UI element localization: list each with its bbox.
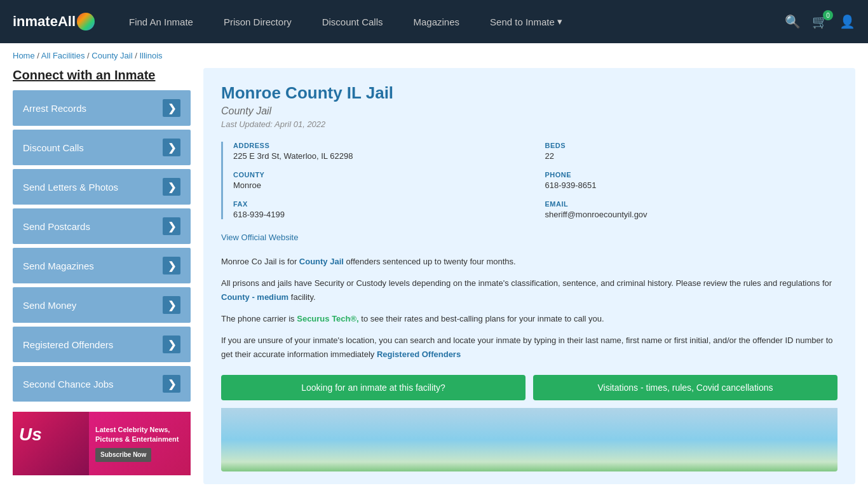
ad-description: Latest Celebrity News, Pictures & Entert… — [95, 425, 184, 445]
nav-discount-calls[interactable]: Discount Calls — [307, 0, 398, 43]
email-group: EMAIL sheriff@monroecountyil.gov — [545, 200, 838, 219]
beds-label: BEDS — [545, 142, 838, 149]
logo-icon — [77, 13, 95, 30]
sidebar-arrow-discount-calls: ❯ — [163, 139, 180, 156]
nav-find-inmate[interactable]: Find An Inmate — [114, 0, 208, 43]
main-nav: Find An Inmate Prison Directory Discount… — [114, 0, 785, 43]
main-content: Connect with an Inmate Arrest Records ❯ … — [0, 68, 868, 488]
user-icon[interactable]: 👤 — [839, 14, 855, 29]
sidebar-label-send-magazines: Send Magazines — [23, 261, 94, 271]
sidebar-label-send-money: Send Money — [23, 300, 76, 311]
visitations-button[interactable]: Visitations - times, rules, Covid cancel… — [533, 375, 837, 400]
phone-value: 618-939-8651 — [545, 180, 838, 190]
sidebar-title: Connect with an Inmate — [13, 68, 191, 83]
county-group: COUNTY Monroe — [233, 171, 526, 190]
sidebar-label-registered-offenders: Registered Offenders — [23, 339, 113, 350]
ad-subscribe-button[interactable]: Subscribe Now — [95, 448, 151, 462]
nav-prison-directory[interactable]: Prison Directory — [208, 0, 307, 43]
breadcrumb: Home / All Facilities / County Jail / Il… — [0, 43, 868, 68]
facility-photo — [221, 408, 837, 471]
sidebar-label-discount-calls: Discount Calls — [23, 142, 84, 153]
official-website-link[interactable]: View Official Website — [221, 233, 298, 242]
sidebar-label-arrest-records: Arrest Records — [23, 103, 86, 114]
facility-updated: Last Updated: April 01, 2022 — [221, 119, 837, 129]
find-inmate-button[interactable]: Looking for an inmate at this facility? — [221, 375, 526, 400]
fax-value: 618-939-4199 — [233, 210, 526, 219]
header-icons: 🔍 🛒 0 👤 — [785, 14, 855, 29]
desc-paragraph-2: All prisons and jails have Security or C… — [221, 276, 837, 304]
facility-details: ADDRESS 225 E 3rd St, Waterloo, IL 62298… — [221, 142, 837, 219]
nav-send-to-inmate[interactable]: Send to Inmate ▾ — [475, 0, 578, 43]
address-group: ADDRESS 225 E 3rd St, Waterloo, IL 62298 — [233, 142, 526, 161]
fax-group: FAX 618-939-4199 — [233, 200, 526, 219]
county-jail-link[interactable]: County Jail — [299, 257, 344, 266]
sidebar-arrow-send-magazines: ❯ — [163, 257, 180, 274]
county-medium-link[interactable]: County - medium — [221, 292, 288, 302]
nav-magazines[interactable]: Magazines — [398, 0, 475, 43]
sidebar-label-send-letters: Send Letters & Photos — [23, 182, 118, 193]
action-buttons: Looking for an inmate at this facility? … — [221, 375, 837, 400]
facility-title: Monroe County IL Jail — [221, 83, 837, 103]
sidebar-arrow-send-money: ❯ — [163, 296, 180, 314]
sidebar-item-discount-calls[interactable]: Discount Calls ❯ — [13, 130, 191, 165]
county-value: Monroe — [233, 180, 526, 190]
phone-label: PHONE — [545, 171, 838, 179]
sidebar-arrow-arrest-records: ❯ — [163, 99, 180, 117]
logo[interactable]: inmateAll — [13, 13, 95, 30]
sidebar-arrow-registered-offenders: ❯ — [163, 336, 180, 353]
address-label: ADDRESS — [233, 142, 526, 149]
sidebar-arrow-send-postcards: ❯ — [163, 217, 180, 235]
email-value: sheriff@monroecountyil.gov — [545, 210, 838, 219]
cart-badge: 0 — [823, 10, 833, 20]
facility-image — [221, 408, 837, 471]
ad-text: Latest Celebrity News, Pictures & Entert… — [89, 420, 191, 468]
sidebar-arrow-second-chance-jobs: ❯ — [163, 375, 180, 393]
logo-text: inmateAll — [13, 13, 76, 30]
sidebar-item-second-chance-jobs[interactable]: Second Chance Jobs ❯ — [13, 366, 191, 402]
ad-logo: Us — [13, 412, 89, 458]
dropdown-arrow-icon: ▾ — [557, 16, 562, 27]
facility-description: Monroe Co Jail is for County Jail offend… — [221, 255, 837, 362]
securus-link[interactable]: Securus Tech®, — [297, 314, 358, 323]
desc-paragraph-3: The phone carrier is Securus Tech®, to s… — [221, 312, 837, 326]
facility-card: Monroe County IL Jail County Jail Last U… — [203, 68, 855, 484]
ad-image: Us — [13, 412, 89, 475]
desc-paragraph-4: If you are unsure of your inmate's locat… — [221, 334, 837, 362]
ad-banner[interactable]: Us Latest Celebrity News, Pictures & Ent… — [13, 412, 191, 475]
beds-value: 22 — [545, 151, 838, 161]
sidebar-item-arrest-records[interactable]: Arrest Records ❯ — [13, 90, 191, 126]
facility-type: County Jail — [221, 105, 837, 117]
desc-paragraph-1: Monroe Co Jail is for County Jail offend… — [221, 255, 837, 269]
sidebar-arrow-send-letters: ❯ — [163, 178, 180, 196]
county-label: COUNTY — [233, 171, 526, 179]
phone-group: PHONE 618-939-8651 — [545, 171, 838, 190]
sidebar-label-second-chance-jobs: Second Chance Jobs — [23, 379, 114, 390]
address-value: 225 E 3rd St, Waterloo, IL 62298 — [233, 151, 526, 161]
breadcrumb-home[interactable]: Home — [13, 51, 35, 60]
sidebar: Connect with an Inmate Arrest Records ❯ … — [13, 68, 191, 475]
sidebar-item-send-letters[interactable]: Send Letters & Photos ❯ — [13, 169, 191, 205]
search-icon[interactable]: 🔍 — [785, 14, 801, 29]
sidebar-item-send-money[interactable]: Send Money ❯ — [13, 287, 191, 323]
header: inmateAll Find An Inmate Prison Director… — [0, 0, 868, 43]
sidebar-item-send-postcards[interactable]: Send Postcards ❯ — [13, 208, 191, 244]
sidebar-label-send-postcards: Send Postcards — [23, 221, 90, 232]
fax-label: FAX — [233, 200, 526, 208]
breadcrumb-state[interactable]: Illinois — [139, 51, 162, 60]
sidebar-item-send-magazines[interactable]: Send Magazines ❯ — [13, 248, 191, 283]
breadcrumb-county-jail[interactable]: County Jail — [92, 51, 132, 60]
sidebar-item-registered-offenders[interactable]: Registered Offenders ❯ — [13, 327, 191, 362]
email-label: EMAIL — [545, 200, 838, 208]
breadcrumb-all-facilities[interactable]: All Facilities — [41, 51, 85, 60]
registered-offenders-link[interactable]: Registered Offenders — [377, 349, 461, 359]
cart-icon[interactable]: 🛒 0 — [812, 14, 828, 29]
beds-group: BEDS 22 — [545, 142, 838, 161]
